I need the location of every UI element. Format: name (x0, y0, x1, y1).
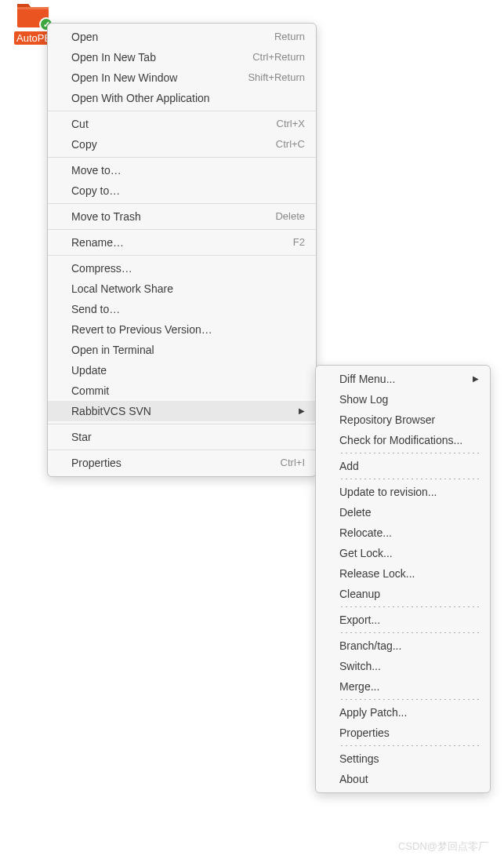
menu-item-label: Update to revision... (339, 485, 479, 499)
menu-item-label: Local Network Share (71, 282, 305, 296)
folder-label: AutoPEC (14, 31, 52, 45)
main_menu-item-local-network-share[interactable]: Local Network Share (48, 279, 316, 299)
folder-autopec[interactable]: ✓ AutoPEC (14, 0, 52, 47)
menu-item-label: Merge... (339, 679, 479, 694)
menu-separator (48, 157, 316, 158)
menu-item-label: Branch/tag... (339, 639, 479, 653)
menu-separator (339, 699, 479, 700)
sub_menu-item-apply-patch[interactable]: Apply Patch... (316, 702, 490, 723)
sub_menu-item-relocate[interactable]: Relocate... (316, 523, 490, 543)
menu-item-accelerator: Ctrl+Return (252, 50, 305, 64)
sub_menu-item-properties[interactable]: Properties (316, 723, 490, 743)
menu-item-label: Properties (71, 456, 265, 470)
menu-item-label: Open in Terminal (71, 343, 305, 357)
menu-separator (48, 424, 316, 424)
sub_menu-item-branch-tag[interactable]: Branch/tag... (316, 635, 490, 656)
menu-item-label: Open In New Tab (71, 50, 237, 64)
sub_menu-item-diff-menu[interactable]: Diff Menu...▶ (316, 369, 490, 389)
main_menu-item-send-to[interactable]: Send to… (48, 299, 316, 319)
svg-rect-0 (17, 7, 49, 9)
sub_menu-item-release-lock[interactable]: Release Lock... (316, 563, 490, 584)
menu-item-accelerator: Delete (275, 209, 305, 224)
menu-separator (339, 606, 479, 607)
sub_menu-item-delete[interactable]: Delete (316, 502, 490, 523)
menu-item-label: Release Lock... (339, 566, 479, 581)
main_menu-item-open[interactable]: OpenReturn (48, 27, 316, 47)
main_menu-item-open-in-terminal[interactable]: Open in Terminal (48, 340, 316, 360)
menu-item-label: Delete (339, 505, 479, 519)
submenu-arrow-icon: ▶ (473, 372, 479, 386)
sub_menu-item-settings[interactable]: Settings (316, 748, 490, 769)
main_menu-item-copy-to[interactable]: Copy to… (48, 180, 316, 201)
menu-item-accelerator: Shift+Return (248, 71, 305, 85)
main_menu-item-commit[interactable]: Commit (48, 381, 316, 401)
sub_menu-item-update-to-revision[interactable]: Update to revision... (316, 482, 490, 502)
rabbitvcs-svn-submenu: Diff Menu...▶Show LogRepository BrowserC… (315, 365, 491, 793)
menu-item-label: Get Lock... (339, 546, 479, 560)
menu-item-label: Apply Patch... (339, 705, 479, 719)
main_menu-item-copy[interactable]: CopyCtrl+C (48, 134, 316, 155)
watermark: CSDN@梦回点零厂 (398, 839, 488, 854)
menu-item-label: Star (71, 430, 305, 444)
menu-item-label: Rename… (71, 235, 277, 249)
menu-item-label: Show Log (339, 392, 479, 406)
main_menu-item-open-in-new-window[interactable]: Open In New WindowShift+Return (48, 67, 316, 88)
menu-item-label: Update (71, 363, 305, 377)
menu-item-label: Diff Menu... (339, 372, 465, 386)
main_menu-item-revert-to-previous-version[interactable]: Revert to Previous Version… (48, 319, 316, 340)
menu-item-label: Open With Other Application (71, 91, 305, 105)
menu-item-label: Properties (339, 726, 479, 740)
sub_menu-item-add[interactable]: Add (316, 456, 490, 476)
sub_menu-item-check-for-modifications[interactable]: Check for Modifications... (316, 430, 490, 450)
menu-item-label: Compress… (71, 261, 305, 275)
sub_menu-item-export[interactable]: Export... (316, 610, 490, 630)
menu-item-accelerator: Ctrl+C (276, 137, 305, 151)
menu-item-accelerator: Ctrl+X (277, 117, 305, 131)
menu-item-label: Send to… (71, 302, 305, 316)
menu-separator (48, 111, 316, 111)
folder-icon: ✓ (16, 0, 50, 28)
main_menu-item-open-in-new-tab[interactable]: Open In New TabCtrl+Return (48, 47, 316, 67)
menu-item-label: Move to… (71, 163, 305, 177)
main_menu-item-move-to[interactable]: Move to… (48, 160, 316, 180)
menu-item-label: Move to Trash (71, 209, 259, 224)
menu-item-accelerator: F2 (293, 235, 305, 249)
menu-item-label: Copy to… (71, 184, 305, 198)
main_menu-item-star[interactable]: Star (48, 427, 316, 447)
context-menu: OpenReturnOpen In New TabCtrl+ReturnOpen… (47, 23, 317, 477)
menu-item-label: Export... (339, 613, 479, 627)
sub_menu-item-switch[interactable]: Switch... (316, 656, 490, 676)
menu-separator (48, 450, 316, 450)
menu-item-accelerator: Return (274, 30, 305, 44)
menu-item-label: Repository Browser (339, 413, 479, 427)
menu-separator (339, 453, 479, 453)
menu-separator (48, 255, 316, 256)
menu-separator (48, 203, 316, 204)
menu-item-label: RabbitVCS SVN (71, 404, 291, 418)
main_menu-item-rename[interactable]: Rename…F2 (48, 232, 316, 253)
main_menu-item-cut[interactable]: CutCtrl+X (48, 114, 316, 134)
main_menu-item-rabbitvcs-svn[interactable]: RabbitVCS SVN▶ (48, 401, 316, 421)
main_menu-item-open-with-other-application[interactable]: Open With Other Application (48, 88, 316, 108)
sub_menu-item-about[interactable]: About (316, 769, 490, 789)
sub_menu-item-show-log[interactable]: Show Log (316, 389, 490, 410)
menu-item-label: Cut (71, 117, 261, 131)
menu-item-label: Open (71, 30, 259, 44)
menu-item-label: Cleanup (339, 587, 479, 601)
main_menu-item-move-to-trash[interactable]: Move to TrashDelete (48, 206, 316, 227)
sub_menu-item-get-lock[interactable]: Get Lock... (316, 543, 490, 563)
menu-separator (339, 479, 479, 479)
menu-item-label: Check for Modifications... (339, 433, 479, 447)
menu-item-label: Relocate... (339, 526, 479, 540)
sub_menu-item-repository-browser[interactable]: Repository Browser (316, 410, 490, 430)
menu-item-label: Add (339, 459, 479, 473)
sub_menu-item-cleanup[interactable]: Cleanup (316, 584, 490, 604)
menu-item-label: Revert to Previous Version… (71, 322, 305, 337)
main_menu-item-update[interactable]: Update (48, 360, 316, 381)
main_menu-item-properties[interactable]: PropertiesCtrl+I (48, 453, 316, 473)
sub_menu-item-merge[interactable]: Merge... (316, 676, 490, 697)
menu-item-label: Copy (71, 137, 260, 151)
submenu-arrow-icon: ▶ (299, 404, 305, 418)
menu-item-label: Commit (71, 384, 305, 398)
main_menu-item-compress[interactable]: Compress… (48, 258, 316, 279)
